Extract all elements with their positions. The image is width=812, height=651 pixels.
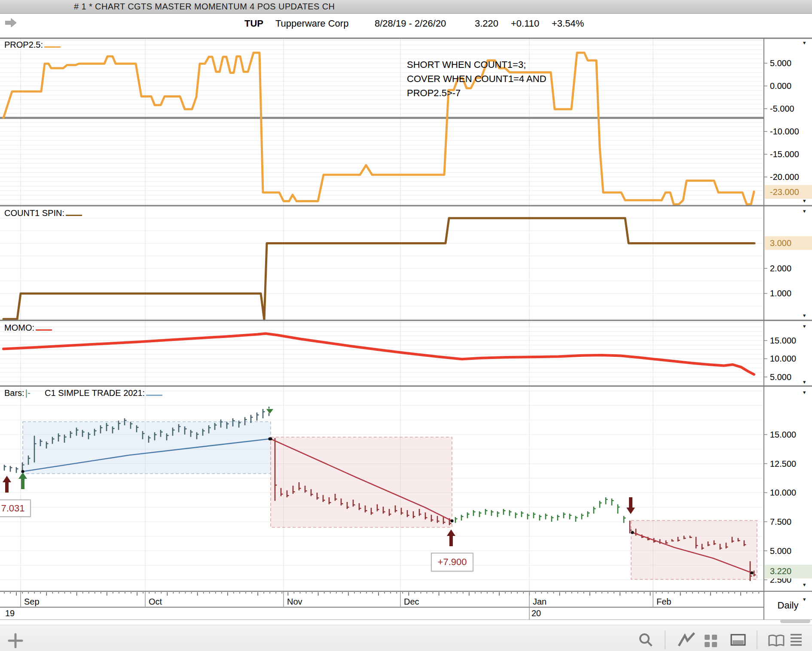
count-line xyxy=(3,218,754,320)
axis-tick-label: -10.000 xyxy=(770,127,799,137)
axis-highlight-value: 3.000 xyxy=(765,238,791,248)
chart-window: # 1 * CHART CGTS MASTER MOMENTUM 4 POS U… xyxy=(0,0,812,651)
legend-momo[interactable]: MOMO: xyxy=(4,323,52,333)
trade-point-dot xyxy=(750,571,753,574)
chevron-down-icon[interactable]: ▾ xyxy=(803,597,806,602)
month-label: Dec xyxy=(404,597,419,607)
short-arrow-marker xyxy=(626,497,635,514)
axis-tick-label: 2.000 xyxy=(770,263,791,273)
plus-icon[interactable] xyxy=(9,634,22,647)
legend-prop25[interactable]: PROP2.5: xyxy=(4,40,61,50)
month-label: Oct xyxy=(149,597,162,607)
grid-view-icon[interactable] xyxy=(705,635,717,647)
legend-bars[interactable]: Bars:|- C1 SIMPLE TRADE 2021: xyxy=(4,388,162,398)
axis-tick-label: -15.000 xyxy=(770,149,799,159)
axis-highlight-value: 3.220 xyxy=(765,566,791,576)
axis-tick-label: 10.000 xyxy=(770,354,796,364)
menu-lines-icon[interactable] xyxy=(791,635,802,645)
magnifier-icon[interactable] xyxy=(640,634,652,646)
momo-color-swatch xyxy=(36,323,52,331)
trade-price-label: +7.900 xyxy=(431,553,473,572)
toolbar-icons xyxy=(0,625,812,651)
short-trade-box xyxy=(631,520,757,579)
axis-tick-label: -20.000 xyxy=(770,172,799,182)
axis-tick-label: 15.000 xyxy=(770,429,796,439)
chevron-down-icon[interactable]: ▾ xyxy=(803,313,806,318)
sell-triangle-marker xyxy=(266,409,274,414)
trade-point-dot xyxy=(269,437,272,440)
axis-tick-label: 0.000 xyxy=(770,81,791,91)
month-label: Feb xyxy=(656,597,671,607)
axis-tick-label: 5.000 xyxy=(770,546,791,556)
chevron-down-icon[interactable]: ▾ xyxy=(803,380,806,385)
year-label: 20 xyxy=(531,608,541,618)
axis-tick-label: 10.000 xyxy=(770,488,796,498)
axis-highlight-value: -23.000 xyxy=(765,187,799,197)
axis-tick-label: 12.500 xyxy=(770,459,796,468)
strategy-annotation: SHORT WHEN COUNT1=3; COVER WHEN COUNT1=4… xyxy=(407,58,546,100)
buy-arrow-marker xyxy=(18,472,27,489)
trade-price-label: 7.031 xyxy=(0,499,31,517)
count1-color-swatch xyxy=(66,209,82,216)
chevron-down-icon[interactable]: ▾ xyxy=(803,40,806,46)
horizontal-scrollbar[interactable] xyxy=(780,619,810,623)
month-label: Nov xyxy=(287,597,302,607)
trade-point-dot xyxy=(450,519,453,522)
legend-count1-spin[interactable]: COUNT1 SPIN: xyxy=(4,208,82,218)
panel-layout-icon[interactable] xyxy=(731,635,745,645)
axis-highlight-bars: 3.220 xyxy=(765,565,812,578)
axis-tick-label: 1.000 xyxy=(770,289,791,298)
chevron-down-icon[interactable]: ▾ xyxy=(803,582,806,587)
chevron-down-icon[interactable]: ▾ xyxy=(803,209,806,214)
year-label: 19 xyxy=(5,608,15,618)
chart-canvas[interactable] xyxy=(0,0,812,625)
chevron-down-icon[interactable]: ▾ xyxy=(803,390,806,395)
chevron-down-icon[interactable]: ▾ xyxy=(803,324,806,329)
axis-tick-label: 7.500 xyxy=(770,517,791,526)
axis-tick-label: 5.000 xyxy=(770,58,791,68)
axis-highlight-prop: -23.000 xyxy=(765,185,812,199)
bar-style-icon: |- xyxy=(25,388,31,398)
book-icon[interactable] xyxy=(769,635,784,646)
chevron-down-icon[interactable]: ▾ xyxy=(803,198,806,204)
zigzag-chart-icon[interactable] xyxy=(679,633,694,646)
axis-highlight-count: 3.000 xyxy=(765,236,812,250)
buy-arrow-marker xyxy=(447,529,455,546)
axis-tick-label: -5.000 xyxy=(770,104,794,114)
month-label: Jan xyxy=(533,597,546,607)
month-label: Sep xyxy=(24,597,40,607)
prop25-color-swatch xyxy=(44,40,61,48)
trade-color-swatch xyxy=(146,389,162,396)
bottom-toolbar xyxy=(0,625,812,651)
axis-tick-label: 15.000 xyxy=(770,335,796,345)
axis-tick-label: 5.000 xyxy=(770,372,791,382)
trade-point-dot xyxy=(631,531,634,534)
